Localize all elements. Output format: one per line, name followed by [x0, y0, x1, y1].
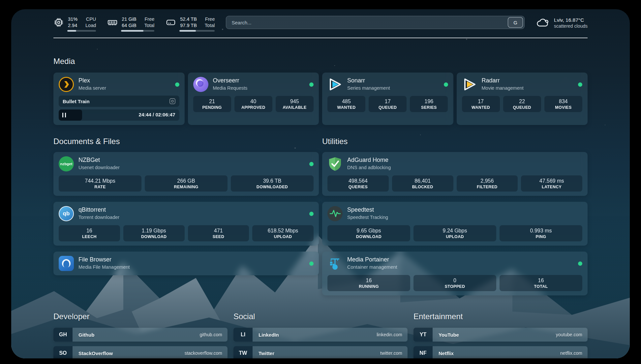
memory-free-label: Free: [144, 16, 155, 22]
disk-free-value: 52.4 TB: [180, 16, 197, 22]
status-dot: [444, 82, 448, 87]
stat-box: 16 TOTAL: [500, 275, 582, 291]
service-name: NZBGet: [78, 157, 120, 164]
stat-box: 22 QUEUED: [503, 96, 541, 112]
memory-free-value: 21 GiB: [122, 16, 136, 22]
radarr-logo-icon: [462, 77, 477, 92]
playback-time: 24:44 / 02:06:47: [139, 112, 175, 117]
cpu-load-label: Load: [85, 22, 96, 29]
service-name: Media Portainer: [347, 256, 397, 263]
service-card-overseerr[interactable]: Overseerr Media Requests 21 PENDING 40 A…: [188, 73, 319, 125]
bookmark-twitter[interactable]: TW Twitter twitter.com: [233, 346, 408, 358]
bookmark-stackoverflow[interactable]: SO StackOverflow stackoverflow.com: [53, 346, 228, 358]
disk-progress-bar: [179, 30, 215, 32]
service-card-speedtest[interactable]: Speedtest Speedtest Tracking 9.65 Gbps D…: [322, 202, 588, 246]
service-subtitle: DNS and adblocking: [347, 164, 391, 171]
overseerr-logo-icon: [193, 77, 208, 92]
service-subtitle: Usenet downloader: [78, 164, 120, 171]
section-title-developer: Developer: [53, 312, 228, 321]
service-card-radarr[interactable]: Radarr Movie management 17 WANTED 22 QUE…: [457, 73, 588, 125]
utilities-column: Utilities: [322, 137, 588, 295]
stat-box: 485 WANTED: [327, 96, 365, 112]
speedtest-logo-icon: [327, 206, 343, 221]
dashboard-screen: 31% 2.94 CPU Load: [11, 9, 630, 358]
stat-box: 2,956 FILTERED: [457, 175, 518, 192]
weather-condition: scattered clouds: [554, 23, 588, 29]
search-bar: G: [226, 16, 525, 29]
bookmark-abbr: LI: [233, 328, 253, 342]
memory-icon: [107, 17, 118, 28]
stat-box: 945 AVAILABLE: [276, 96, 314, 112]
portainer-logo-icon: [327, 256, 343, 271]
bookmark-url: linkedin.com: [377, 332, 402, 337]
stat-box: 196 SERIES: [410, 96, 448, 112]
weather-widget: Lviv, 16.87°C scattered clouds: [536, 16, 588, 29]
service-name: Speedtest: [347, 206, 388, 213]
service-card-adguard[interactable]: AdGuard Home DNS and adblocking 498,564 …: [322, 152, 588, 196]
service-card-plex[interactable]: Plex Media server Bullet Train 24:44 / 0…: [53, 73, 185, 125]
status-dot: [309, 212, 314, 216]
bookmark-abbr: YT: [413, 328, 433, 342]
nzbget-logo-icon: nzbget: [59, 156, 74, 171]
session-icon: [169, 98, 175, 104]
bookmark-group-developer: Developer GH Github github.com SO StackO…: [53, 312, 228, 358]
stat-box: 1.19 Gbps DOWNLOAD: [123, 225, 185, 241]
cpu-usage-label: CPU: [85, 16, 96, 22]
stat-box: 618.52 Mbps UPLOAD: [252, 225, 314, 241]
bookmark-name: Netflix: [439, 350, 454, 356]
sonarr-logo-icon: [327, 77, 343, 92]
cpu-widget: 31% 2.94 CPU Load: [53, 16, 96, 29]
stat-box: 0.993 ms PING: [500, 225, 582, 241]
bookmark-name: StackOverflow: [78, 350, 113, 356]
section-title-media: Media: [53, 57, 588, 66]
service-subtitle: Media Requests: [213, 85, 248, 92]
stat-box: 471 SEED: [188, 225, 249, 241]
bookmark-group-entertainment: Entertainment YT YouTube youtube.com NF …: [413, 312, 588, 358]
service-name: File Browser: [78, 256, 130, 263]
search-provider-button[interactable]: G: [508, 17, 523, 28]
status-dot: [309, 82, 314, 87]
service-card-portainer[interactable]: Media Portainer Container management 16 …: [322, 252, 588, 295]
stat-box: 40 APPROVED: [234, 96, 272, 112]
memory-progress-bar: [121, 30, 154, 32]
top-bar: 31% 2.94 CPU Load: [53, 9, 588, 31]
bookmark-youtube[interactable]: YT YouTube youtube.com: [413, 328, 588, 342]
service-card-filebrowser[interactable]: File Browser Media File Management: [53, 252, 319, 275]
stat-box: 39.6 TB DOWNLOADED: [231, 175, 314, 192]
stat-box: 744.21 Mbps RATE: [59, 175, 141, 192]
cloud-icon: [536, 16, 550, 28]
now-playing-title: Bullet Train: [63, 99, 90, 104]
stat-box: 47.569 ms LATENCY: [521, 175, 582, 192]
qbittorrent-logo-icon: qb: [59, 206, 74, 221]
adguard-logo-icon: [327, 156, 343, 171]
header-divider: [53, 38, 588, 38]
service-card-qbittorrent[interactable]: qb qBittorrent Torrent downloader 16 LEE…: [53, 202, 319, 246]
bookmark-name: YouTube: [439, 332, 459, 338]
section-title-entertainment: Entertainment: [413, 312, 588, 321]
cpu-progress-bar: [67, 30, 96, 32]
stat-box: 498,564 QUERIES: [327, 175, 389, 192]
now-playing-row: Bullet Train: [59, 96, 179, 107]
section-title-documents: Documents & Files: [53, 137, 319, 146]
stat-box: 9.24 Gbps UPLOAD: [413, 225, 496, 241]
service-card-sonarr[interactable]: Sonarr Series management 485 WANTED 17 Q…: [322, 73, 453, 125]
bookmark-github[interactable]: GH Github github.com: [53, 328, 228, 342]
service-subtitle: Torrent downloader: [78, 214, 119, 221]
status-dot: [309, 162, 314, 166]
stat-box: 17 QUEUED: [369, 96, 407, 112]
service-subtitle: Series management: [347, 85, 390, 92]
search-input[interactable]: [226, 16, 508, 29]
cpu-load-value: 2.94: [68, 22, 77, 29]
disk-icon: [166, 17, 176, 28]
service-card-nzbget[interactable]: nzbget NZBGet Usenet downloader 744.21 M…: [53, 152, 319, 196]
service-name: AdGuard Home: [347, 157, 391, 164]
bookmark-name: Github: [78, 332, 94, 338]
playback-progress-bar: 24:44 / 02:06:47: [59, 109, 179, 121]
stat-box: 9.65 Gbps DOWNLOAD: [327, 225, 410, 241]
bookmark-netflix[interactable]: NF Netflix netflix.com: [413, 346, 588, 358]
stat-box: 16 RUNNING: [327, 275, 410, 291]
service-name: Plex: [78, 77, 106, 84]
filebrowser-logo-icon: [59, 256, 74, 271]
service-subtitle: Media server: [78, 85, 106, 92]
bookmark-linkedin[interactable]: LI LinkedIn linkedin.com: [233, 328, 408, 342]
